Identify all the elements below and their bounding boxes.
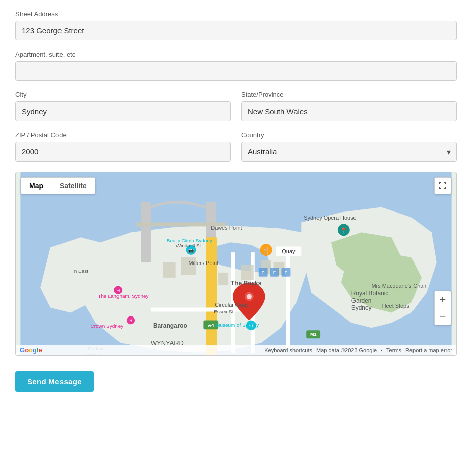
svg-text:Windmill St: Windmill St <box>176 243 201 248</box>
svg-rect-10 <box>206 237 217 355</box>
street-address-label: Street Address <box>15 10 457 18</box>
svg-rect-20 <box>241 265 254 280</box>
map-fullscreen-button[interactable] <box>434 177 451 194</box>
svg-text:F: F <box>285 270 288 275</box>
map-zoom-controls: + − <box>434 291 451 325</box>
svg-text:M1: M1 <box>310 332 316 337</box>
svg-text:Circular Quay: Circular Quay <box>215 302 249 308</box>
svg-text:n East: n East <box>74 268 88 274</box>
map-terms-link[interactable]: Terms <box>386 347 401 353</box>
svg-text:F: F <box>273 270 276 275</box>
svg-point-45 <box>247 294 252 299</box>
svg-text:H: H <box>129 318 132 323</box>
report-error-link[interactable]: Report a map error <box>405 347 452 353</box>
keyboard-shortcuts-link[interactable]: Keyboard shortcuts <box>264 347 312 353</box>
svg-text:📍: 📍 <box>340 227 347 234</box>
svg-text:Millers Point: Millers Point <box>189 260 218 266</box>
apartment-input[interactable] <box>15 61 457 81</box>
svg-text:Royal Botanic: Royal Botanic <box>351 290 389 297</box>
map-zoom-in-button[interactable]: + <box>434 291 451 308</box>
svg-text:Essex St: Essex St <box>214 309 233 314</box>
svg-text:Dawes Point: Dawes Point <box>211 225 242 231</box>
svg-rect-17 <box>163 262 176 278</box>
svg-rect-19 <box>218 273 228 285</box>
map-container[interactable]: A4 P F F M <box>15 172 457 356</box>
svg-text:🍴: 🍴 <box>262 246 270 254</box>
svg-text:Quay: Quay <box>282 248 296 254</box>
zip-country-row: ZIP / Postal Code Country Australia Unit… <box>15 131 457 162</box>
svg-text:P: P <box>262 270 265 275</box>
svg-text:Barangaroo: Barangaroo <box>153 322 187 329</box>
state-group: State/Province <box>241 91 457 121</box>
svg-text:The Rocks: The Rocks <box>231 280 262 287</box>
state-label: State/Province <box>241 91 457 98</box>
map-data-text: Map data ©2023 Google <box>316 347 377 353</box>
svg-text:The Langham, Sydney: The Langham, Sydney <box>98 293 149 299</box>
svg-rect-15 <box>151 308 251 312</box>
apartment-group: Apartment, suite, etc <box>15 50 457 81</box>
svg-text:BridgeClimb Sydney: BridgeClimb Sydney <box>167 238 212 243</box>
map-svg: A4 P F F M <box>16 172 456 355</box>
svg-rect-16 <box>286 247 290 348</box>
svg-text:Fleet Steps: Fleet Steps <box>381 303 409 309</box>
zip-label: ZIP / Postal Code <box>15 131 231 139</box>
svg-text:H: H <box>116 288 120 293</box>
svg-text:Sydney: Sydney <box>351 304 372 311</box>
state-input[interactable] <box>241 101 457 121</box>
city-input[interactable] <box>15 101 231 121</box>
map-footer-right: Keyboard shortcuts Map data ©2023 Google… <box>264 347 452 353</box>
map-background: A4 P F F M <box>16 172 456 355</box>
city-state-row: City State/Province <box>15 91 457 121</box>
map-zoom-out-button[interactable]: − <box>434 308 451 325</box>
country-group: Country Australia United States United K… <box>241 131 457 162</box>
svg-text:Garden: Garden <box>351 297 372 304</box>
map-type-satellite-button[interactable]: Satellite <box>51 178 95 194</box>
svg-text:A4: A4 <box>208 322 214 328</box>
zip-input[interactable] <box>15 142 231 162</box>
country-select[interactable]: Australia United States United Kingdom C… <box>241 142 457 162</box>
svg-text:Sydney Opera House: Sydney Opera House <box>304 215 356 221</box>
map-type-control: Map Satellite <box>21 177 95 194</box>
google-logo: Google <box>20 346 42 354</box>
send-message-button[interactable]: Send Message <box>15 371 94 392</box>
country-label: Country <box>241 131 457 139</box>
svg-text:Crown Sydney: Crown Sydney <box>91 323 124 329</box>
city-group: City <box>15 91 231 121</box>
apartment-label: Apartment, suite, etc <box>15 50 457 58</box>
svg-text:Museum of Sydney: Museum of Sydney <box>216 322 259 328</box>
map-separator-1: · <box>381 347 382 353</box>
street-address-group: Street Address <box>15 10 457 40</box>
send-button-wrapper: Send Message <box>15 371 457 392</box>
map-type-map-button[interactable]: Map <box>21 178 51 194</box>
fullscreen-icon <box>439 182 447 190</box>
street-address-input[interactable] <box>15 21 457 40</box>
map-footer: Google Keyboard shortcuts Map data ©2023… <box>16 345 456 355</box>
country-select-wrapper: Australia United States United Kingdom C… <box>241 142 457 162</box>
zip-group: ZIP / Postal Code <box>15 131 231 162</box>
city-label: City <box>15 91 231 98</box>
svg-text:Mrs Macquarie's Chair: Mrs Macquarie's Chair <box>372 283 427 289</box>
